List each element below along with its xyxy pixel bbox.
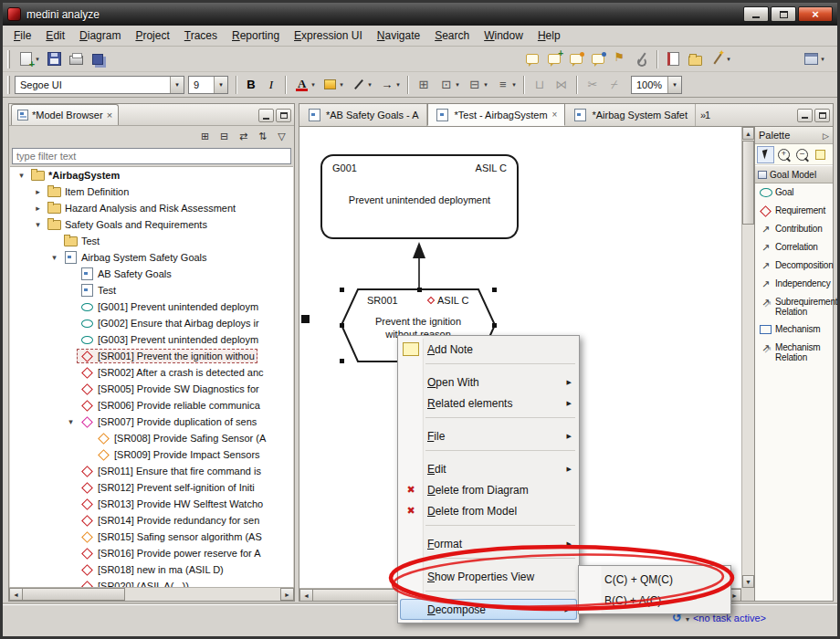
sort-button[interactable]: ⇅ <box>254 128 271 144</box>
menu-separator[interactable] <box>398 417 579 425</box>
chevron-down-icon[interactable] <box>667 77 681 93</box>
menubar-item[interactable]: Expression UI <box>287 26 370 45</box>
snap-button[interactable]: ⊡ <box>435 75 463 95</box>
scroll-left-button[interactable]: ◄ <box>9 588 23 601</box>
maximize-editor-button[interactable] <box>814 109 830 122</box>
palette-item-mechanism[interactable]: Mechanism <box>755 320 833 339</box>
menubar-item[interactable]: Diagram <box>72 26 128 45</box>
save-all-button[interactable] <box>87 49 109 69</box>
layout-button[interactable]: ⊟ <box>463 75 491 95</box>
tree-item[interactable]: [G001] Prevent unintended deploym <box>10 299 261 315</box>
grid-button[interactable]: ⊞ <box>413 75 435 95</box>
crop-line-button[interactable]: ✂ <box>582 75 604 95</box>
palette-item-subrequirement-relation[interactable]: Subrequirement Relation <box>755 293 833 320</box>
maximize-view-button[interactable] <box>276 109 291 122</box>
tree-item[interactable]: [SR009] Provide Impact Sensors <box>10 446 263 463</box>
palette-item-contribution[interactable]: Contribution <box>755 220 833 238</box>
palette-item-correlation[interactable]: Correlation <box>755 238 833 257</box>
close-tab-icon[interactable] <box>552 110 558 120</box>
expand-arrow-icon[interactable] <box>16 171 27 180</box>
tree-item[interactable]: [SR001] Prevent the ignition withou <box>10 348 257 364</box>
editor-tab[interactable]: *Test - AirbagSystem <box>427 103 566 126</box>
tab-overflow-button[interactable]: »1 <box>700 110 709 120</box>
tree-item[interactable]: [SR018] new in ma (ASIL D) <box>10 561 226 578</box>
tree-item[interactable]: Test <box>10 233 102 249</box>
minimize-view-button[interactable] <box>258 109 274 122</box>
close-button[interactable] <box>798 6 833 22</box>
tree-item[interactable]: [SR002] After a crash is detected anc <box>10 364 267 381</box>
expand-arrow-icon[interactable] <box>32 220 44 229</box>
comment-overview-button[interactable] <box>587 49 609 69</box>
bold-button[interactable]: B <box>241 75 261 95</box>
align-button[interactable]: ≡ <box>491 75 520 95</box>
menu-item-delete-from-diagram[interactable]: Delete from Diagram <box>398 479 579 500</box>
menu-item-format[interactable]: Format <box>398 533 579 554</box>
scroll-down-button[interactable]: ▼ <box>742 575 754 588</box>
collapse-all-button[interactable]: ⊟ <box>215 128 233 144</box>
tree-item[interactable]: [G002] Ensure that Airbag deploys ir <box>10 315 262 331</box>
tree-item[interactable]: AB Safety Goals <box>10 266 174 282</box>
palette-drawer-goal-model[interactable]: Goal Model <box>755 165 833 183</box>
font-color-button[interactable]: A <box>290 75 319 95</box>
menubar-item[interactable]: Project <box>128 26 176 45</box>
toolbar-grip[interactable] <box>7 50 10 68</box>
zoom-select[interactable]: 100% <box>631 76 682 94</box>
distribute-button[interactable]: ⋈ <box>551 75 572 95</box>
palette-item-decomposition[interactable]: Decomposition <box>755 257 833 275</box>
scroll-up-button[interactable]: ▲ <box>742 127 754 140</box>
fill-color-button[interactable] <box>319 75 347 95</box>
close-view-icon[interactable] <box>107 110 112 120</box>
menu-separator[interactable] <box>398 558 579 566</box>
save-button[interactable] <box>43 49 65 69</box>
expand-arrow-icon[interactable] <box>65 417 77 426</box>
split-line-button[interactable]: ⌿ <box>604 75 625 95</box>
menu-item-open-with[interactable]: Open With <box>398 372 579 393</box>
palette-item-goal[interactable]: Goal <box>755 183 833 202</box>
menubar-item[interactable]: Reporting <box>225 26 287 45</box>
title-bar[interactable]: medini analyze <box>3 3 837 26</box>
open-perspective-button[interactable] <box>800 49 828 69</box>
goal-node-g001[interactable]: G001 ASIL C Prevent unintended deploymen… <box>320 154 519 239</box>
scroll-right-button[interactable]: ► <box>280 588 294 601</box>
menu-item-related-elements[interactable]: Related elements <box>398 393 579 414</box>
palette-collapse-icon[interactable] <box>823 130 829 141</box>
chevron-down-icon[interactable] <box>214 77 227 93</box>
connection-style-button[interactable]: → <box>375 75 404 95</box>
tree-item[interactable]: [SR020] (ASIL A(...)) <box>10 578 192 587</box>
tree-item[interactable]: *AirbagSystem <box>10 167 122 183</box>
open-model-button[interactable] <box>684 49 706 69</box>
link-with-editor-button[interactable]: ⇄ <box>235 128 252 144</box>
submenu-item-b-a[interactable]: B(C) + A(C) <box>579 590 730 611</box>
tree-item[interactable]: [SR008] Provide Safing Sensor (A <box>10 430 268 446</box>
editor-tab[interactable]: *AB Safety Goals - A <box>299 104 427 126</box>
palette-item-independency[interactable]: Independency <box>755 275 833 293</box>
scrollbar-thumb[interactable] <box>742 141 754 225</box>
menubar-item[interactable]: Help <box>530 26 568 45</box>
chevron-down-icon[interactable] <box>170 77 184 93</box>
tree-item[interactable]: Item Definition <box>10 183 131 200</box>
add-comment-button[interactable] <box>543 49 565 69</box>
notebook-button[interactable] <box>662 49 684 69</box>
maximize-button[interactable] <box>771 6 796 22</box>
palette-item-mechanism-relation[interactable]: Mechanism Relation <box>755 339 833 366</box>
tree-item[interactable]: [SR013] Provide HW Selftest Watcho <box>10 496 266 512</box>
menu-item-show-properties-view[interactable]: Show Properties View <box>398 566 579 587</box>
expand-arrow-icon[interactable] <box>32 204 44 213</box>
editor-vertical-scrollbar[interactable]: ▲ ▼ <box>741 127 754 588</box>
review-comment-button[interactable] <box>521 49 543 69</box>
minimize-button[interactable] <box>743 6 769 22</box>
zoom-out-tool[interactable] <box>793 146 811 163</box>
tree-item[interactable]: Test <box>10 282 119 299</box>
tree-item[interactable]: [SR005] Provide SW Diagnostics for <box>10 381 262 397</box>
filter-input[interactable] <box>12 148 291 164</box>
tree-item[interactable]: [G003] Prevent unintended deploym <box>10 331 261 348</box>
expand-all-button[interactable]: ⊞ <box>196 128 214 144</box>
font-size-select[interactable]: 9 <box>188 76 228 94</box>
menu-separator[interactable] <box>398 450 579 458</box>
menubar-item[interactable]: Edit <box>38 26 72 45</box>
tree-item[interactable]: Hazard Analysis and Risk Assessment <box>10 200 238 216</box>
menu-item-delete-from-model[interactable]: Delete from Model <box>398 500 579 521</box>
palette-header[interactable]: Palette <box>755 127 833 144</box>
note-tool[interactable] <box>812 146 829 163</box>
attachment-button[interactable] <box>631 49 653 69</box>
